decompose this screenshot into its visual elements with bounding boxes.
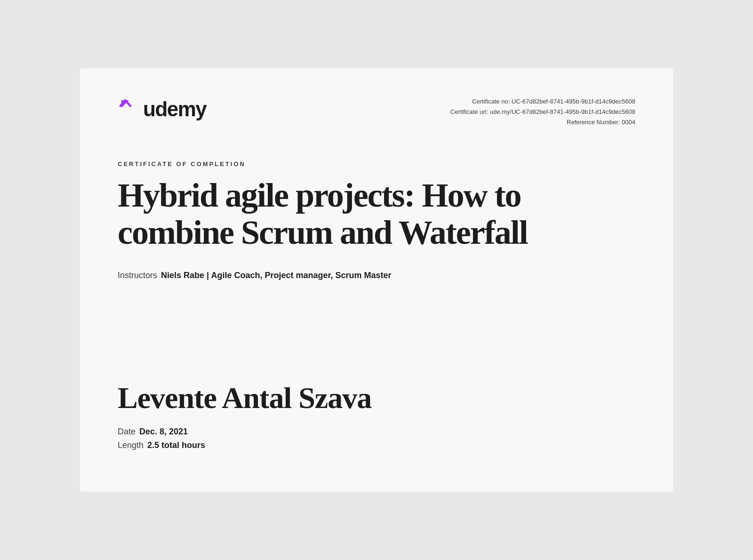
udemy-logo-icon [118, 96, 143, 122]
certificate: udemy Certificate no: UC-67d82bef-8741-4… [80, 68, 673, 492]
certificate-header: udemy Certificate no: UC-67d82bef-8741-4… [118, 96, 635, 128]
cert-ref-label: Reference Number: [567, 119, 622, 126]
cert-ref-line: Reference Number: 0004 [450, 117, 635, 128]
length-label: Length [118, 440, 144, 450]
instructors-label: Instructors [118, 271, 157, 280]
cert-no-value: UC-67d82bef-8741-495b-9b1f-d14c9dec5608 [512, 98, 635, 105]
spacer [118, 285, 635, 381]
udemy-logo: udemy [118, 96, 206, 122]
date-label: Date [118, 427, 136, 437]
certificate-section-label: CERTIFICATE OF COMPLETION [118, 160, 635, 168]
certificate-info: Certificate no: UC-67d82bef-8741-495b-9b… [450, 96, 635, 128]
instructors-name: Niels Rabe | Agile Coach, Project manage… [161, 271, 392, 280]
date-value: Dec. 8, 2021 [139, 427, 188, 437]
cert-no-line: Certificate no: UC-67d82bef-8741-495b-9b… [450, 96, 635, 107]
length-row: Length 2.5 total hours [118, 440, 635, 450]
cert-url-line: Certificate url: ude.my/UC-67d82bef-8741… [450, 107, 635, 117]
cert-ref-value: 0004 [622, 119, 635, 126]
course-title: Hybrid agile projects: How to combine Sc… [118, 177, 617, 251]
length-value: 2.5 total hours [147, 440, 205, 450]
cert-url-value: ude.my/UC-67d82bef-8741-495b-9b1f-d14c9d… [490, 108, 635, 115]
udemy-wordmark-text: udemy [143, 99, 206, 120]
cert-url-label: Certificate url: [450, 108, 490, 115]
instructors-row: Instructors Niels Rabe | Agile Coach, Pr… [118, 271, 635, 280]
date-row: Date Dec. 8, 2021 [118, 427, 635, 437]
cert-no-label: Certificate no: [472, 98, 512, 105]
recipient-name: Levente Antal Szava [118, 381, 635, 416]
recipient-section: Levente Antal Szava Date Dec. 8, 2021 Le… [118, 381, 635, 454]
